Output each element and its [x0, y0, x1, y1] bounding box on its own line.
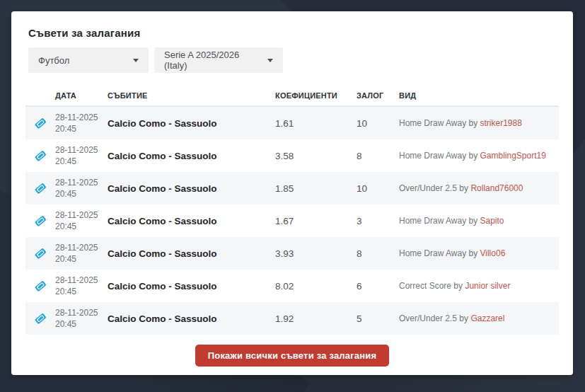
header-type: ВИД: [399, 91, 559, 100]
odds-value: 1.92: [275, 313, 357, 324]
bet-type-label: Home Draw Away by: [399, 216, 480, 226]
event-date: 28-11-2025: [55, 112, 108, 123]
bet-type: Over/Under 2.5 by Gazzarel: [399, 313, 559, 323]
event-time: 20:45: [55, 188, 108, 200]
event-date: 28-11-2025: [55, 209, 108, 221]
event-time: 20:45: [55, 253, 108, 265]
table-body: 28-11-2025 20:45 Calcio Como - Sassuolo …: [25, 107, 559, 335]
betting-tips-card: Съвети за залагания Футбол Serie A 2025/…: [11, 11, 573, 375]
event-datetime: 28-11-2025 20:45: [55, 275, 108, 297]
header-event: СЪБИТИЕ: [108, 91, 275, 100]
event-time: 20:45: [55, 123, 108, 134]
ticket-icon: [25, 116, 55, 130]
stake-value: 10: [357, 183, 399, 194]
tipster-link[interactable]: striker1988: [480, 118, 522, 128]
bet-type-label: Home Draw Away by: [399, 248, 480, 258]
event-name: Calcio Como - Sassuolo: [108, 183, 275, 194]
odds-value: 3.93: [275, 248, 357, 259]
ticket-icon: [25, 149, 55, 163]
event-datetime: 28-11-2025 20:45: [55, 307, 108, 330]
bet-type: Over/Under 2.5 by Rolland76000: [399, 183, 559, 193]
bet-type-label: Home Draw Away by: [399, 151, 480, 161]
event-time: 20:45: [55, 156, 108, 167]
page-title: Съвети за залагания: [28, 27, 559, 39]
sport-dropdown[interactable]: Футбол: [28, 47, 149, 73]
header-odds: КОЕФИЦИЕНТИ: [275, 91, 357, 100]
bet-type: Home Draw Away by Sapito: [399, 216, 559, 226]
sport-dropdown-value: Футбол: [38, 55, 69, 66]
event-name: Calcio Como - Sassuolo: [108, 281, 275, 292]
ticket-icon: [25, 214, 55, 228]
league-dropdown[interactable]: Serie A 2025/2026 (Italy): [154, 47, 283, 73]
tipster-link[interactable]: Gazzarel: [470, 313, 504, 323]
tipster-link[interactable]: GamblingSport19: [480, 151, 546, 161]
table-row: 28-11-2025 20:45 Calcio Como - Sassuolo …: [25, 270, 559, 302]
event-time: 20:45: [55, 221, 108, 232]
bet-type: Home Draw Away by Villo06: [399, 248, 559, 258]
button-container: Покажи всички съвети за залагания: [25, 345, 559, 367]
event-time: 20:45: [55, 318, 108, 330]
event-datetime: 28-11-2025 20:45: [55, 209, 108, 232]
caret-down-icon: [133, 59, 139, 62]
event-name: Calcio Como - Sassuolo: [108, 248, 275, 259]
event-datetime: 28-11-2025 20:45: [55, 242, 108, 265]
event-date: 28-11-2025: [55, 177, 108, 188]
odds-value: 8.02: [275, 281, 357, 292]
event-datetime: 28-11-2025 20:45: [55, 144, 108, 167]
event-name: Calcio Como - Sassuolo: [108, 313, 275, 324]
tips-table: ДАТА СЪБИТИЕ КОЕФИЦИЕНТИ ЗАЛОГ ВИД 28-11…: [25, 86, 559, 335]
table-row: 28-11-2025 20:45 Calcio Como - Sassuolo …: [25, 237, 559, 270]
event-name: Calcio Como - Sassuolo: [108, 216, 275, 226]
table-row: 28-11-2025 20:45 Calcio Como - Sassuolo …: [25, 302, 559, 335]
stake-value: 6: [357, 281, 399, 292]
event-name: Calcio Como - Sassuolo: [108, 118, 275, 129]
table-row: 28-11-2025 20:45 Calcio Como - Sassuolo …: [25, 204, 559, 237]
page-background: { "page": { "background_color": "#2c3340…: [0, 0, 585, 392]
table-row: 28-11-2025 20:45 Calcio Como - Sassuolo …: [25, 172, 559, 204]
ticket-icon: [25, 246, 55, 260]
bet-type-label: Home Draw Away by: [399, 118, 480, 128]
event-date: 28-11-2025: [55, 242, 108, 253]
event-name: Calcio Como - Sassuolo: [108, 151, 275, 161]
caret-down-icon: [267, 59, 273, 62]
ticket-icon: [25, 279, 55, 293]
league-dropdown-value: Serie A 2025/2026 (Italy): [164, 50, 260, 71]
bet-type-label: Over/Under 2.5 by: [399, 183, 470, 193]
bet-type-label: Correct Score by: [399, 281, 465, 291]
bet-type: Home Draw Away by GamblingSport19: [399, 151, 559, 161]
table-header-row: ДАТА СЪБИТИЕ КОЕФИЦИЕНТИ ЗАЛОГ ВИД: [25, 86, 559, 107]
header-stake: ЗАЛОГ: [357, 91, 399, 100]
stake-value: 5: [357, 313, 399, 324]
event-date: 28-11-2025: [55, 307, 108, 318]
tipster-link[interactable]: Rolland76000: [470, 183, 523, 193]
stake-value: 8: [357, 151, 399, 161]
event-date: 28-11-2025: [55, 144, 108, 156]
tipster-link[interactable]: Junior silver: [465, 281, 510, 291]
tipster-link[interactable]: Sapito: [480, 216, 504, 226]
event-time: 20:45: [55, 286, 108, 297]
event-datetime: 28-11-2025 20:45: [55, 112, 108, 134]
tipster-link[interactable]: Villo06: [480, 248, 506, 258]
bet-type-label: Over/Under 2.5 by: [399, 313, 470, 323]
odds-value: 3.58: [275, 151, 357, 161]
odds-value: 1.61: [275, 118, 357, 129]
filters-bar: Футбол Serie A 2025/2026 (Italy): [28, 47, 559, 73]
stake-value: 8: [357, 248, 399, 259]
ticket-icon: [25, 181, 55, 195]
ticket-icon: [25, 311, 55, 325]
header-date: ДАТА: [55, 91, 108, 100]
table-row: 28-11-2025 20:45 Calcio Como - Sassuolo …: [25, 107, 559, 139]
odds-value: 1.67: [275, 216, 357, 226]
show-all-tips-button[interactable]: Покажи всички съвети за залагания: [195, 345, 390, 367]
table-row: 28-11-2025 20:45 Calcio Como - Sassuolo …: [25, 139, 559, 172]
event-datetime: 28-11-2025 20:45: [55, 177, 108, 200]
bet-type: Correct Score by Junior silver: [399, 281, 559, 291]
stake-value: 3: [357, 216, 399, 226]
odds-value: 1.85: [275, 183, 357, 194]
event-date: 28-11-2025: [55, 275, 108, 286]
stake-value: 10: [357, 118, 399, 129]
bet-type: Home Draw Away by striker1988: [399, 118, 559, 128]
